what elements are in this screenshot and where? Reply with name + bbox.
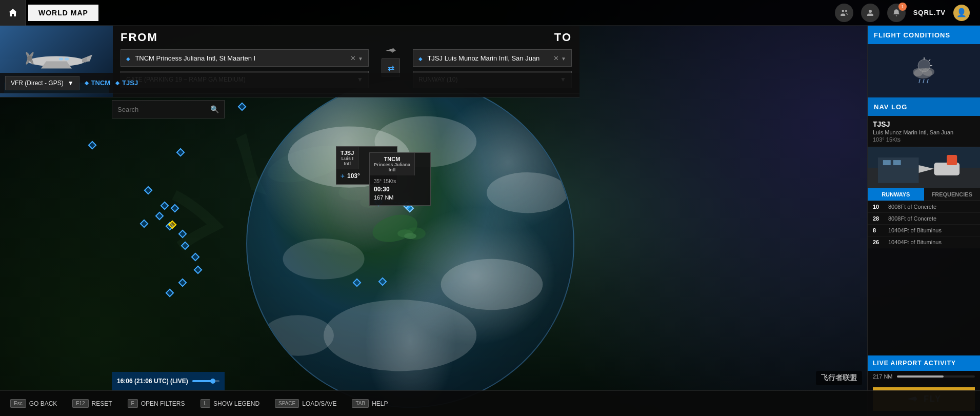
runway-number-26: 26 xyxy=(873,239,888,245)
svg-point-11 xyxy=(441,259,543,310)
svg-point-15 xyxy=(370,210,421,247)
panel-spacer xyxy=(868,248,980,355)
nm-progress-fill xyxy=(897,375,944,378)
popup-time-row: 00:30 xyxy=(374,186,426,193)
tncm-diamond-icon: ◆ xyxy=(85,80,89,86)
profile-icon-button[interactable] xyxy=(861,4,879,22)
svg-line-34 xyxy=(929,60,930,61)
notification-button[interactable]: 1 xyxy=(887,4,906,22)
runway-row-26: 26 10404Ft of Bituminus xyxy=(868,236,980,248)
tab-key: TAB xyxy=(352,399,369,408)
tncm-label: TNCM xyxy=(91,79,111,87)
from-airport-input[interactable]: ◆ TNCM Princess Juliana Intl, St Maarten… xyxy=(121,49,369,67)
svg-point-37 xyxy=(913,68,923,76)
runway-row-8: 8 10404Ft of Bituminus xyxy=(868,225,980,236)
search-icon[interactable]: 🔍 xyxy=(210,105,219,113)
from-airport-row: ◆ TNCM Princess Juliana Intl, St Maarten… xyxy=(121,49,369,67)
from-airport-text: TNCM Princess Juliana Intl, St Maarten I xyxy=(135,54,255,62)
svg-point-21 xyxy=(845,10,847,12)
to-clear-button[interactable]: ✕ xyxy=(553,54,559,62)
waypoint-tncm[interactable]: ◆ TNCM xyxy=(85,79,111,87)
time-progress-bar[interactable] xyxy=(192,380,219,382)
svg-rect-31 xyxy=(65,57,69,60)
help-label: HELP xyxy=(372,400,388,407)
users-icon-button[interactable] xyxy=(835,4,853,22)
l-key: L xyxy=(201,399,211,408)
destination-airport-name: Luis Munoz Marin Intl, San Juan xyxy=(873,129,975,135)
runways-frequencies-section: RUNWAYS FREQUENCIES 10 8008Ft of Concret… xyxy=(868,188,980,248)
current-time: 16:06 (21:06 UTC) (LIVE) xyxy=(117,378,188,385)
svg-point-18 xyxy=(404,233,416,239)
flight-conditions-content xyxy=(868,44,980,97)
load-save-label: LOAD/SAVE xyxy=(302,400,336,407)
watermark-label: 飞行者联盟 xyxy=(816,371,862,385)
svg-line-39 xyxy=(919,79,920,83)
svg-line-40 xyxy=(923,79,924,83)
svg-point-29 xyxy=(27,55,32,61)
flight-rules-select[interactable]: VFR (Direct - GPS) ▼ xyxy=(5,76,79,90)
popup-tncm-tag[interactable]: TNCM Princess JulianaIntl xyxy=(370,153,415,175)
popup-wind-heading: 35° 15Kts xyxy=(374,179,396,184)
popup-tncm-name: Princess JulianaIntl xyxy=(374,162,410,172)
popup-tncm-body: 35° 15Kts 00:30 167 NM xyxy=(370,175,430,205)
flight-rules-dropdown[interactable]: ▼ xyxy=(68,80,74,87)
from-label: FROM xyxy=(121,31,369,44)
svg-rect-30 xyxy=(59,57,63,60)
weather-icon xyxy=(904,55,945,86)
map-search-bar[interactable]: 🔍 xyxy=(112,100,225,118)
f-key: F xyxy=(128,399,138,408)
frequencies-tab[interactable]: FREQUENCIES xyxy=(924,188,981,201)
go-back-label: GO BACK xyxy=(29,400,57,407)
nav-log-label: NAV LOG xyxy=(874,103,907,111)
map-popup-tncm: TNCM Princess JulianaIntl 35° 15Kts 00:3… xyxy=(369,152,431,206)
time-bar: 16:06 (21:06 UTC) (LIVE) xyxy=(112,372,225,390)
flight-conditions-header: FLIGHT CONDITIONS xyxy=(868,26,980,44)
show-legend-button[interactable]: L SHOW LEGEND xyxy=(201,399,260,408)
popup-distance-value: 167 NM xyxy=(374,194,394,201)
runway-desc-8: 10404Ft of Bituminus xyxy=(888,227,975,233)
svg-line-41 xyxy=(927,79,928,83)
home-button[interactable] xyxy=(0,0,26,26)
popup-tjsj-tag[interactable]: TJSJ Luis IIntl xyxy=(336,147,358,169)
svg-point-16 xyxy=(405,227,426,240)
waypoint-tjsj[interactable]: ◆ TJSJ xyxy=(115,79,138,87)
space-key: SPACE xyxy=(275,399,299,408)
popup-tjsj-name: Luis IIntl xyxy=(341,156,353,166)
user-avatar[interactable]: 👤 xyxy=(953,5,970,21)
open-filters-button[interactable]: F OPEN FILTERS xyxy=(128,399,185,408)
help-button[interactable]: TAB HELP xyxy=(352,399,388,408)
live-activity-label: LIVE AIRPORT ACTIVITY xyxy=(873,360,956,367)
earth-globe[interactable] xyxy=(246,80,574,408)
runways-tab[interactable]: RUNWAYS xyxy=(868,188,924,201)
tjsj-label: TJSJ xyxy=(122,79,138,87)
right-panel: FLIGHT CONDITIONS NAV LOG TJSJ Luis Muno… xyxy=(867,26,980,416)
popup-time-value: 00:30 xyxy=(374,186,390,193)
runway-freq-tabs: RUNWAYS FREQUENCIES xyxy=(868,188,980,201)
svg-point-14 xyxy=(487,172,568,213)
svg-point-10 xyxy=(283,239,365,280)
time-progress-fill xyxy=(192,380,213,382)
reset-button[interactable]: F12 RESET xyxy=(72,399,112,408)
go-back-button[interactable]: Esc GO BACK xyxy=(10,399,57,408)
to-diamond-icon: ◆ xyxy=(418,56,423,62)
show-legend-label: SHOW LEGEND xyxy=(213,400,259,407)
from-dropdown-button[interactable]: ▼ xyxy=(358,56,363,62)
sqrl-tv-label: SQRL.TV xyxy=(913,9,946,16)
world-map-button[interactable]: WORLD MAP xyxy=(28,5,98,21)
nm-bar-section: 217 NM xyxy=(868,371,980,382)
esc-key: Esc xyxy=(10,399,26,408)
load-save-button[interactable]: SPACE LOAD/SAVE xyxy=(275,399,336,408)
search-input[interactable] xyxy=(117,106,210,113)
to-dropdown-button[interactable]: ▼ xyxy=(561,56,566,62)
runway-number-10: 10 xyxy=(873,204,888,210)
popup-distance-row: 167 NM xyxy=(374,194,426,201)
f12-key: F12 xyxy=(72,399,88,408)
flight-plane-icon xyxy=(383,46,398,56)
to-airport-input[interactable]: ◆ TJSJ Luis Munoz Marin Intl, San Juan ✕… xyxy=(413,49,572,67)
nm-label: 217 NM xyxy=(873,373,893,380)
from-clear-button[interactable]: ✕ xyxy=(350,54,356,62)
notification-badge: 1 xyxy=(898,3,907,11)
destination-wind-info: 103° 15Kts xyxy=(873,136,975,143)
popup-wind-row: 35° 15Kts xyxy=(374,179,426,184)
aircraft-image xyxy=(15,42,97,77)
